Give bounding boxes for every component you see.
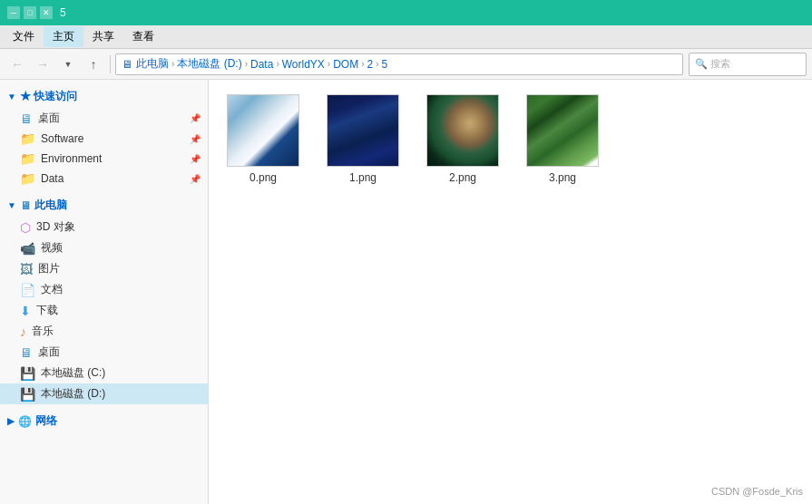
file-item-2[interactable]: 2.png: [417, 89, 508, 189]
menu-file[interactable]: 文件: [4, 26, 44, 47]
window-title: 5: [60, 6, 66, 19]
this-pc-header[interactable]: ▼ 🖥 此电脑: [0, 194, 208, 217]
file-item-3[interactable]: 3.png: [517, 89, 608, 189]
sidebar-item-downloads[interactable]: ⬇ 下载: [0, 300, 208, 321]
file-name-2: 2.png: [449, 171, 476, 184]
sidebar-item-music[interactable]: ♪ 音乐: [0, 321, 208, 342]
breadcrumb-2[interactable]: 2: [367, 58, 374, 71]
sidebar-item-video-label: 视频: [41, 240, 63, 256]
file-name-3: 3.png: [549, 171, 576, 184]
back-button[interactable]: ←: [5, 53, 29, 76]
software-folder-icon: 📁: [20, 131, 35, 146]
file-name-1: 1.png: [349, 171, 377, 184]
breadcrumb-d[interactable]: 本地磁盘 (D:): [177, 56, 241, 72]
network-label: 网络: [35, 413, 57, 429]
sidebar-item-desktop-pc-label: 桌面: [38, 344, 60, 360]
video-icon: 📹: [20, 241, 35, 256]
watermark: CSDN @Fosde_Kris: [711, 486, 803, 497]
menu-bar: 文件 主页 共享 查看: [0, 25, 812, 49]
file-item-0[interactable]: 0.png: [218, 89, 308, 189]
file-thumbnail-2: [426, 94, 499, 167]
network-icon: 🌐: [18, 415, 32, 428]
sidebar-item-disk-c[interactable]: 💾 本地磁盘 (C:): [0, 363, 208, 383]
sidebar-item-desktop-quick-label: 桌面: [38, 111, 60, 126]
sidebar-item-3d[interactable]: ⬡ 3D 对象: [0, 217, 208, 237]
content-area: 0.png 1.png 2.png 3.png: [209, 80, 812, 504]
breadcrumb-dom[interactable]: DOM: [333, 58, 358, 71]
data-folder-icon: 📁: [20, 171, 35, 186]
network-header[interactable]: ▶ 🌐 网络: [0, 410, 208, 432]
sidebar-item-downloads-label: 下载: [36, 303, 58, 318]
file-thumbnail-3: [526, 94, 599, 167]
toolbar-separator: [110, 55, 111, 73]
maximize-icon[interactable]: □: [24, 6, 36, 19]
toolbar: ← → ▼ ↑ 🖥 此电脑 › 本地磁盘 (D:) › Data › World…: [0, 49, 812, 80]
file-thumbnail-1: [327, 94, 399, 167]
pin-icon-desktop: 📌: [190, 113, 201, 123]
desktop-pc-icon: 🖥: [20, 345, 33, 360]
breadcrumb-worldyx[interactable]: WorldYX: [282, 58, 325, 71]
file-item-1[interactable]: 1.png: [318, 89, 408, 189]
breadcrumb-bar[interactable]: 🖥 此电脑 › 本地磁盘 (D:) › Data › WorldYX › DOM…: [115, 53, 683, 75]
menu-home[interactable]: 主页: [44, 26, 83, 47]
sidebar-item-pictures-label: 图片: [38, 261, 60, 276]
menu-share[interactable]: 共享: [83, 26, 123, 47]
this-pc-arrow: ▼: [7, 200, 16, 210]
up-button[interactable]: ↑: [82, 53, 105, 76]
network-arrow: ▶: [7, 416, 15, 426]
forward-button[interactable]: →: [31, 53, 54, 76]
disk-c-icon: 💾: [20, 366, 35, 381]
breadcrumb-icon: 🖥: [122, 58, 132, 71]
sidebar-item-documents[interactable]: 📄 文档: [0, 279, 208, 300]
sidebar-item-video[interactable]: 📹 视频: [0, 237, 208, 258]
environment-folder-icon: 📁: [20, 151, 35, 166]
breadcrumb-5[interactable]: 5: [382, 58, 388, 71]
sidebar-item-pictures[interactable]: 🖼 图片: [0, 258, 208, 279]
documents-icon: 📄: [20, 283, 35, 297]
main-container: ▼ ★ 快速访问 🖥 桌面 📌 📁 Software 📌 📁 Environme…: [0, 80, 812, 504]
breadcrumb-data[interactable]: Data: [250, 58, 273, 71]
sidebar-item-environment-label: Environment: [41, 152, 102, 165]
sidebar-item-software-label: Software: [41, 132, 83, 145]
file-thumbnail-0: [227, 94, 299, 167]
sidebar-item-disk-d-label: 本地磁盘 (D:): [41, 386, 105, 402]
music-icon: ♪: [20, 325, 26, 339]
desktop-quick-icon: 🖥: [20, 111, 33, 126]
sidebar: ▼ ★ 快速访问 🖥 桌面 📌 📁 Software 📌 📁 Environme…: [0, 80, 209, 504]
quick-access-arrow: ▼: [7, 92, 16, 102]
this-pc-label: 此电脑: [34, 198, 67, 213]
sidebar-item-data-quick[interactable]: 📁 Data 📌: [0, 169, 208, 189]
sidebar-item-documents-label: 文档: [41, 282, 63, 297]
menu-view[interactable]: 查看: [123, 26, 163, 47]
3d-icon: ⬡: [20, 220, 31, 235]
downloads-icon: ⬇: [20, 304, 31, 318]
title-bar: ─ □ ✕ 5: [0, 0, 812, 25]
sidebar-item-3d-label: 3D 对象: [36, 219, 75, 235]
sidebar-item-environment[interactable]: 📁 Environment 📌: [0, 149, 208, 169]
pictures-icon: 🖼: [20, 262, 33, 276]
quick-access-label: ★ 快速访问: [20, 89, 77, 104]
this-pc-icon: 🖥: [20, 199, 31, 212]
pin-icon-environment: 📌: [190, 154, 201, 164]
sidebar-item-disk-c-label: 本地磁盘 (C:): [41, 365, 105, 381]
sidebar-item-disk-d[interactable]: 💾 本地磁盘 (D:): [0, 383, 208, 404]
breadcrumb-pc[interactable]: 此电脑: [136, 56, 169, 72]
sidebar-item-software[interactable]: 📁 Software 📌: [0, 129, 208, 149]
close-icon[interactable]: ✕: [40, 6, 53, 19]
disk-d-icon: 💾: [20, 387, 35, 402]
sidebar-item-music-label: 音乐: [32, 324, 54, 339]
sidebar-item-data-quick-label: Data: [41, 172, 64, 185]
sidebar-item-desktop-quick[interactable]: 🖥 桌面 📌: [0, 108, 208, 129]
minimize-icon[interactable]: ─: [7, 6, 20, 19]
pin-icon-software: 📌: [190, 134, 201, 144]
search-button[interactable]: 🔍 搜索: [689, 53, 807, 76]
recent-button[interactable]: ▼: [56, 53, 80, 76]
sidebar-item-desktop-pc[interactable]: 🖥 桌面: [0, 342, 208, 363]
pin-icon-data: 📌: [190, 174, 201, 184]
quick-access-header[interactable]: ▼ ★ 快速访问: [0, 85, 208, 108]
title-bar-window-icons[interactable]: ─ □ ✕: [7, 6, 53, 19]
file-name-0: 0.png: [249, 171, 277, 184]
